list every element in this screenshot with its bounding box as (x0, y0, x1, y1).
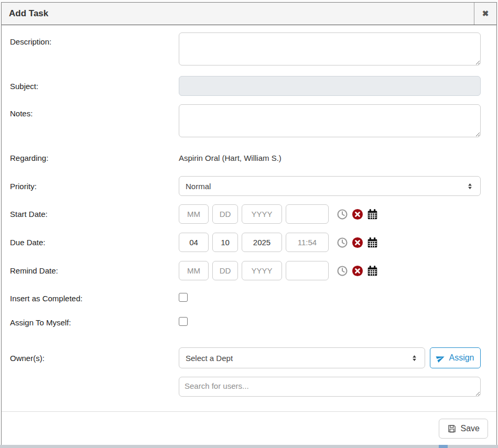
close-icon: ✖ (482, 9, 489, 18)
subject-row: Subject: (10, 76, 481, 96)
assign-myself-label: Assign To Myself: (10, 318, 179, 327)
due-date-time-input[interactable] (286, 233, 329, 252)
priority-select[interactable]: Normal (179, 176, 481, 196)
clock-icon[interactable] (337, 209, 348, 220)
owners-label: Owner(s): (10, 354, 179, 363)
assign-myself-row: Assign To Myself: (10, 316, 481, 329)
chevron-updown-icon (410, 354, 418, 362)
notes-row: Notes: (10, 104, 481, 139)
clear-date-icon[interactable] (352, 265, 363, 277)
notes-label: Notes: (10, 104, 179, 118)
chevron-updown-icon (466, 182, 474, 190)
dialog-footer: Save (2, 411, 496, 445)
priority-row: Priority: Normal (10, 176, 481, 196)
paper-plane-icon (436, 354, 445, 363)
owners-row: Owner(s): Select a Dept Assign (10, 347, 481, 368)
start-date-day-input[interactable] (212, 204, 238, 224)
remind-date-month-input[interactable] (179, 261, 209, 280)
start-date-row: Start Date: (10, 204, 481, 224)
description-textarea[interactable] (179, 32, 481, 65)
dialog-body: Description: Subject: Notes: Regarding: … (2, 25, 496, 411)
start-date-year-input[interactable] (242, 204, 282, 224)
insert-completed-checkbox[interactable] (179, 293, 188, 302)
user-search-row (10, 377, 481, 399)
save-button[interactable]: Save (439, 419, 488, 439)
save-button-label: Save (461, 424, 480, 433)
clear-date-icon[interactable] (352, 237, 363, 248)
remind-date-year-input[interactable] (242, 261, 282, 280)
page-background-strip (0, 445, 498, 448)
due-date-label: Due Date: (10, 238, 179, 247)
dept-select[interactable]: Select a Dept (179, 347, 425, 368)
clear-date-icon[interactable] (352, 209, 363, 220)
description-label: Description: (10, 32, 179, 46)
dialog-title: Add Task (2, 3, 474, 25)
regarding-value: Aspirin Oral (Hart, William S.) (179, 154, 481, 162)
calendar-icon[interactable] (367, 265, 378, 277)
subject-field (179, 76, 481, 96)
due-date-day-input[interactable] (212, 233, 238, 252)
priority-label: Priority: (10, 182, 179, 191)
start-date-month-input[interactable] (179, 204, 209, 224)
clock-icon[interactable] (337, 265, 348, 277)
save-icon (447, 424, 457, 433)
insert-completed-label: Insert as Completed: (10, 294, 179, 303)
regarding-label: Regarding: (10, 154, 179, 162)
notes-textarea[interactable] (179, 104, 481, 137)
add-task-dialog: Add Task ✖ Description: Subject: Notes: (1, 2, 497, 445)
priority-selected-value: Normal (186, 182, 466, 191)
calendar-icon[interactable] (367, 237, 378, 248)
remind-date-time-input[interactable] (286, 261, 329, 280)
due-date-row: Due Date: (10, 233, 481, 252)
dept-selected-value: Select a Dept (186, 354, 410, 363)
dialog-header: Add Task ✖ (2, 3, 496, 25)
background-accent (439, 445, 448, 448)
assign-button-label: Assign (449, 353, 474, 363)
regarding-row: Regarding: Aspirin Oral (Hart, William S… (10, 148, 481, 168)
remind-date-label: Remind Date: (10, 266, 179, 275)
close-button[interactable]: ✖ (474, 3, 496, 25)
description-row: Description: (10, 32, 481, 68)
calendar-icon[interactable] (367, 209, 378, 220)
start-date-label: Start Date: (10, 210, 179, 218)
insert-completed-row: Insert as Completed: (10, 292, 481, 304)
remind-date-row: Remind Date: (10, 261, 481, 280)
start-date-time-input[interactable] (286, 204, 329, 224)
clock-icon[interactable] (337, 237, 348, 248)
due-date-month-input[interactable] (179, 233, 209, 252)
assign-button[interactable]: Assign (430, 347, 481, 368)
due-date-year-input[interactable] (242, 233, 282, 252)
subject-label: Subject: (10, 82, 179, 91)
assign-myself-checkbox[interactable] (179, 317, 188, 326)
user-search-input[interactable] (179, 377, 481, 397)
remind-date-day-input[interactable] (212, 261, 238, 280)
